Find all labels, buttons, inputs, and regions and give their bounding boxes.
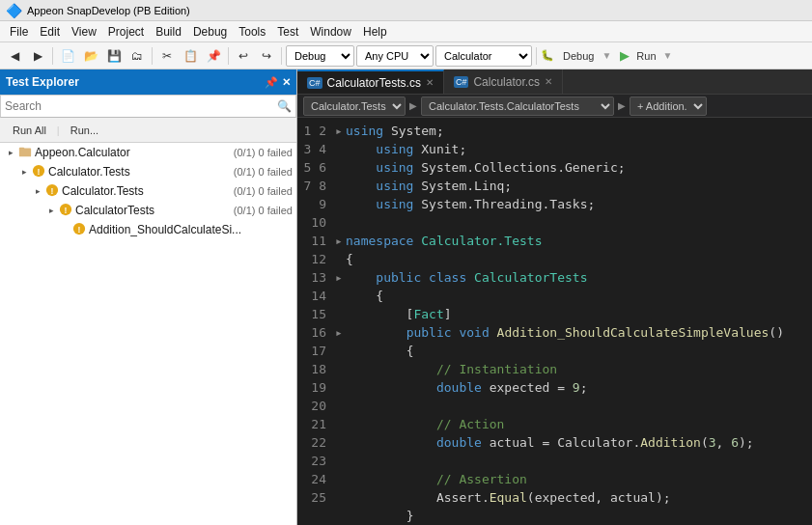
tree-item-0[interactable]: ▸Appeon.Calculator(0/1) 0 failed <box>0 143 296 162</box>
run-button[interactable]: Run <box>631 45 660 67</box>
member-select[interactable]: + Addition... <box>630 97 707 116</box>
fold-12[interactable]: ▸ <box>332 323 346 342</box>
save-all-button[interactable]: 🗂 <box>126 45 148 67</box>
te-header-controls: 📌 ✕ <box>265 76 291 89</box>
menu-item-debug[interactable]: Debug <box>187 23 233 41</box>
project-select[interactable]: Calculator <box>435 45 532 67</box>
forward-button[interactable]: ▶ <box>27 45 48 67</box>
tree-item-3[interactable]: ▸!CalculatorTests(0/1) 0 failed <box>0 201 296 220</box>
te-close-button[interactable]: ✕ <box>282 76 291 89</box>
run-all-button[interactable]: Run All <box>6 122 53 139</box>
svg-text:!: ! <box>38 167 41 177</box>
tab-0[interactable]: C#CalculatorTests.cs✕ <box>297 69 444 95</box>
fold-1[interactable]: ▸ <box>332 122 346 140</box>
open-button[interactable]: 📂 <box>80 45 101 67</box>
code-area: 1 2 3 4 5 6 7 8 9 10 11 12 13 14 15 16 1… <box>297 118 812 525</box>
namespace-select[interactable]: Calculator.Tests <box>303 97 406 116</box>
tb-separator-4 <box>281 47 282 65</box>
tree-icon-1: ! <box>31 164 46 180</box>
test-explorer-title: Test Explorer <box>6 75 79 89</box>
fold-9[interactable]: ▸ <box>332 268 346 287</box>
tree-item-4[interactable]: !Addition_ShouldCalculateSi... <box>0 220 296 239</box>
tree-label-1: Calculator.Tests <box>48 165 230 179</box>
tb-separator-5 <box>536 47 537 65</box>
run-dropdown-arrow[interactable]: ▼ <box>663 50 673 61</box>
tab-close-0[interactable]: ✕ <box>426 77 434 88</box>
tree-item-1[interactable]: ▸!Calculator.Tests(0/1) 0 failed <box>0 162 296 181</box>
fold-17 <box>332 415 346 433</box>
tree-item-2[interactable]: ▸!Calculator.Tests(0/1) 0 failed <box>0 181 296 201</box>
tree-status-0: (0/1) 0 failed <box>234 147 293 158</box>
tree-arrow-1[interactable]: ▸ <box>17 167 31 177</box>
tree-arrow-3[interactable]: ▸ <box>44 206 58 215</box>
menu-item-build[interactable]: Build <box>150 23 187 41</box>
menu-item-tools[interactable]: Tools <box>233 23 271 41</box>
fold-11 <box>332 305 346 323</box>
fold-16 <box>332 397 346 415</box>
fold-4 <box>332 177 346 195</box>
tree-status-1: (0/1) 0 failed <box>234 166 293 178</box>
bc-arrow-1: ▶ <box>409 100 417 111</box>
save-button[interactable]: 💾 <box>103 45 125 67</box>
play-icon: ▶ <box>620 48 630 63</box>
te-pin-button[interactable]: 📌 <box>265 76 278 89</box>
back-button[interactable]: ◀ <box>4 45 25 67</box>
line-numbers: 1 2 3 4 5 6 7 8 9 10 11 12 13 14 15 16 1… <box>297 118 332 525</box>
tab-bar: C#CalculatorTests.cs✕C#Calculator.cs✕ <box>297 69 812 95</box>
debug-label[interactable]: Debug <box>558 45 599 67</box>
tab-icon-1: C# <box>454 76 469 88</box>
fold-3 <box>332 158 346 177</box>
code-content[interactable]: ▸using System; using Xunit; using System… <box>332 118 812 525</box>
app-icon: 🔷 <box>6 3 22 18</box>
fold-5 <box>332 195 346 213</box>
copy-button[interactable]: 📋 <box>180 45 201 67</box>
svg-rect-1 <box>19 148 24 151</box>
tree-icon-4: ! <box>71 222 87 237</box>
cut-button[interactable]: ✂ <box>156 45 178 67</box>
search-icon[interactable]: 🔍 <box>277 99 292 113</box>
menu-item-file[interactable]: File <box>4 23 34 41</box>
class-select[interactable]: Calculator.Tests.CalculatorTests <box>421 97 614 116</box>
fold-20 <box>332 470 346 488</box>
search-input[interactable] <box>5 99 277 113</box>
tree-arrow-0[interactable]: ▸ <box>4 148 17 157</box>
tree-icon-3: ! <box>58 203 73 218</box>
fold-18 <box>332 433 346 452</box>
debug-dropdown-arrow[interactable]: ▼ <box>602 50 611 61</box>
menu-item-window[interactable]: Window <box>304 23 357 41</box>
menu-item-view[interactable]: View <box>66 23 102 41</box>
redo-button[interactable]: ↪ <box>256 45 277 67</box>
te-toolbar-sep: | <box>57 124 60 136</box>
undo-button[interactable]: ↩ <box>233 45 254 67</box>
breadcrumb-bar: Calculator.Tests ▶ Calculator.Tests.Calc… <box>297 95 812 118</box>
fold-7[interactable]: ▸ <box>332 232 346 250</box>
tree-status-2: (0/1) 0 failed <box>234 185 293 197</box>
code-panel: C#CalculatorTests.cs✕C#Calculator.cs✕ Ca… <box>297 69 812 525</box>
svg-text:!: ! <box>78 225 81 235</box>
tab-label-0: CalculatorTests.cs <box>327 76 421 90</box>
menu-item-edit[interactable]: Edit <box>34 23 66 41</box>
tab-1[interactable]: C#Calculator.cs✕ <box>444 69 563 95</box>
menu-item-project[interactable]: Project <box>102 23 150 41</box>
fold-19 <box>332 452 346 470</box>
tree-label-2: Calculator.Tests <box>62 184 230 198</box>
tab-label-1: Calculator.cs <box>473 75 540 89</box>
te-search-bar[interactable]: 🔍 <box>0 95 296 118</box>
bc-arrow-2: ▶ <box>618 100 626 111</box>
svg-text:!: ! <box>65 206 68 215</box>
run-dropdown-button[interactable]: Run... <box>64 122 105 139</box>
tab-icon-0: C# <box>307 77 322 89</box>
tab-close-1[interactable]: ✕ <box>545 76 552 87</box>
menu-item-help[interactable]: Help <box>357 23 393 41</box>
menubar: FileEditViewProjectBuildDebugToolsTestWi… <box>0 21 812 42</box>
te-tree: ▸Appeon.Calculator(0/1) 0 failed▸!Calcul… <box>0 143 296 525</box>
te-header-title-group: Test Explorer <box>6 75 79 89</box>
menu-item-test[interactable]: Test <box>271 23 304 41</box>
fold-21 <box>332 488 346 507</box>
debug-config-select[interactable]: Debug Release <box>286 45 354 67</box>
test-explorer-panel: Test Explorer 📌 ✕ 🔍 Run All | Run... ▸Ap… <box>0 69 297 525</box>
paste-button[interactable]: 📌 <box>203 45 224 67</box>
tree-arrow-2[interactable]: ▸ <box>31 186 44 196</box>
platform-select[interactable]: Any CPU <box>356 45 434 67</box>
new-file-button[interactable]: 📄 <box>57 45 78 67</box>
